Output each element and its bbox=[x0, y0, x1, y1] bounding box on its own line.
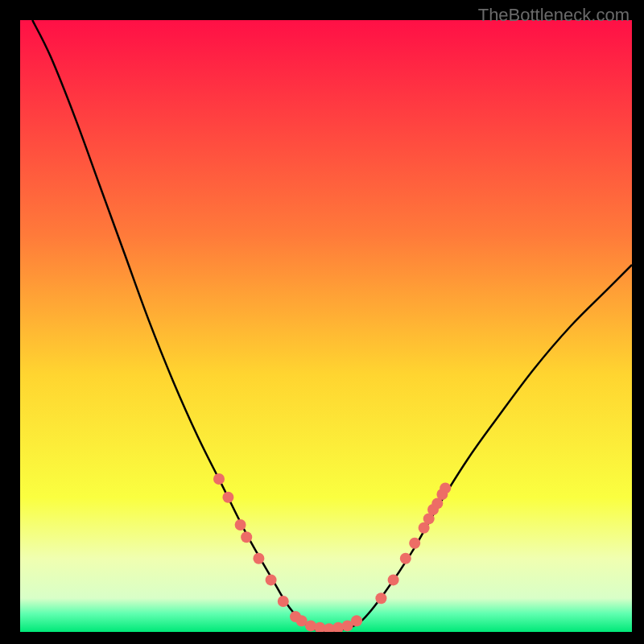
data-point bbox=[266, 574, 277, 585]
data-point bbox=[388, 574, 399, 585]
data-point bbox=[409, 538, 420, 549]
data-point bbox=[278, 596, 289, 607]
chart-plot-area bbox=[20, 20, 632, 632]
data-point bbox=[213, 473, 225, 485]
data-point bbox=[235, 519, 246, 530]
data-point bbox=[351, 615, 362, 626]
gradient-background bbox=[20, 20, 632, 632]
data-point bbox=[375, 592, 386, 604]
data-point bbox=[253, 553, 264, 564]
data-point bbox=[400, 553, 411, 564]
data-point bbox=[241, 531, 252, 543]
watermark-text: TheBottleneck.com bbox=[478, 5, 630, 26]
data-point bbox=[222, 492, 233, 503]
chart-svg bbox=[20, 20, 632, 632]
data-point bbox=[440, 482, 451, 493]
